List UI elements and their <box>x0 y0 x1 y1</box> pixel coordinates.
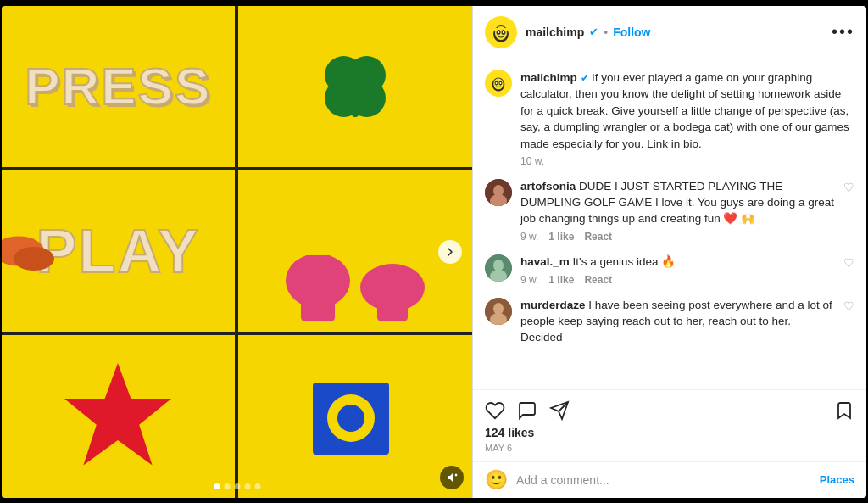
comment-react-2[interactable]: React <box>584 274 612 286</box>
caption-content: mailchimp ✔ If you ever played a game on… <box>520 70 854 168</box>
likes-count: 124 likes <box>485 424 854 441</box>
places-button[interactable]: Places <box>820 473 854 486</box>
play-text: PLAY <box>36 216 200 286</box>
avatar-haval <box>485 254 512 282</box>
next-slide-button[interactable] <box>438 240 462 264</box>
comment-avatar-1[interactable] <box>485 179 512 206</box>
like-comment-button-2[interactable]: ♡ <box>843 256 854 270</box>
image-press-cell: PRESS <box>2 6 236 169</box>
svg-point-21 <box>503 31 504 32</box>
comment-username-2[interactable]: haval._m <box>520 255 570 268</box>
press-text: PRESS <box>25 60 211 113</box>
pink-shapes <box>284 255 426 332</box>
comment-input[interactable] <box>516 473 811 487</box>
avatar-murderdaze <box>485 298 512 325</box>
dot-5[interactable] <box>254 483 260 489</box>
dot-1[interactable] <box>214 483 220 489</box>
emoji-button[interactable]: 🙂 <box>485 469 508 491</box>
comment-content-2: It's a genius idea 🔥 <box>573 255 676 268</box>
svg-point-38 <box>493 303 504 315</box>
header-username[interactable]: mailchimp <box>526 25 584 39</box>
svg-rect-4 <box>352 102 358 117</box>
comment-likes-1[interactable]: 1 like <box>548 231 574 243</box>
post-header: mailchimp ✔ • Follow ••• <box>473 6 866 59</box>
comment-2: haval._m It's a genius idea 🔥 9 w. 1 lik… <box>485 254 854 286</box>
post-comments-area: mailchimp ✔ If you ever played a game on… <box>473 59 866 389</box>
comment-text-3: murderdaze I have been seeing post every… <box>520 298 835 346</box>
share-post-button[interactable] <box>549 397 570 424</box>
comment-react-1[interactable]: React <box>584 231 612 243</box>
dot-2[interactable] <box>224 483 230 489</box>
post-actions: 124 likes MAY 6 <box>473 389 866 461</box>
caption-username[interactable]: mailchimp <box>520 71 577 84</box>
image-star-cell <box>2 335 236 498</box>
comment-3: murderdaze I have been seeing post every… <box>485 298 854 346</box>
post-date: MAY 6 <box>485 441 854 458</box>
like-comment-button-3[interactable]: ♡ <box>843 299 854 313</box>
header-info: mailchimp ✔ • Follow <box>526 25 832 39</box>
action-icons-row <box>485 397 854 424</box>
image-clover-cell <box>238 6 473 169</box>
comment-avatar-2[interactable] <box>485 254 512 282</box>
pink-shape-1 <box>284 255 352 332</box>
comment-time-2: 9 w. <box>520 274 538 286</box>
svg-point-29 <box>496 82 498 84</box>
comment-body-3: murderdaze I have been seeing post every… <box>520 298 835 346</box>
comment-time-1: 9 w. <box>520 231 538 243</box>
svg-point-35 <box>493 260 504 271</box>
caption-verified: ✔ <box>581 72 592 84</box>
mute-button[interactable] <box>440 466 464 489</box>
like-post-button[interactable] <box>485 397 505 424</box>
svg-point-20 <box>498 31 499 32</box>
image-play-cell: PLAY <box>2 170 236 333</box>
svg-rect-8 <box>377 286 408 321</box>
comment-post-button[interactable] <box>517 397 537 424</box>
comment-text-2: haval._m It's a genius idea 🔥 <box>520 254 835 271</box>
comment-1: artofsonia DUDE I JUST STARTED PLAYING T… <box>485 179 854 243</box>
caption-avatar-icon <box>487 72 509 94</box>
image-pink-cell <box>238 170 473 333</box>
comment-body-2: haval._m It's a genius idea 🔥 9 w. 1 lik… <box>520 254 835 286</box>
more-options-button[interactable]: ••• <box>832 22 854 42</box>
clover-icon <box>317 48 393 125</box>
slide-dots <box>214 483 260 489</box>
add-comment-row: 🙂 Places <box>473 461 866 498</box>
comment-likes-2[interactable]: 1 like <box>548 274 574 286</box>
image-circle-cell <box>238 335 473 498</box>
post-image-panel: PRESS PLAY <box>2 6 472 498</box>
comment-username-1[interactable]: artofsonia <box>520 180 576 193</box>
comment-meta-2: 9 w. 1 like React <box>520 274 835 286</box>
caption-block: mailchimp ✔ If you ever played a game on… <box>485 70 854 168</box>
comment-body-1: artofsonia DUDE I JUST STARTED PLAYING T… <box>520 179 835 243</box>
svg-point-30 <box>499 82 501 84</box>
comment-username-3[interactable]: murderdaze <box>520 299 586 311</box>
dot-3[interactable] <box>234 483 240 489</box>
caption-text: mailchimp ✔ If you ever played a game on… <box>520 70 854 153</box>
header-avatar[interactable] <box>485 16 517 48</box>
pink-shape-2 <box>359 264 426 332</box>
verified-badge-header: ✔ <box>589 25 598 38</box>
comment-avatar-3[interactable] <box>485 298 512 325</box>
svg-marker-9 <box>64 363 171 465</box>
comment-text-1: artofsonia DUDE I JUST STARTED PLAYING T… <box>520 179 835 227</box>
avatar-artofsonia <box>485 179 512 206</box>
comment-meta-1: 9 w. 1 like React <box>520 231 835 243</box>
caption-avatar[interactable] <box>485 70 512 97</box>
header-separator: • <box>604 25 608 39</box>
caption-time: 10 w. <box>520 155 854 167</box>
like-comment-button-1[interactable]: ♡ <box>843 181 854 194</box>
blue-square-icon <box>304 374 406 459</box>
post-content-panel: mailchimp ✔ • Follow ••• <box>472 6 866 498</box>
red-star-icon <box>58 357 177 476</box>
svg-point-12 <box>337 405 364 432</box>
save-post-button[interactable] <box>834 397 854 424</box>
mailchimp-avatar-icon <box>487 19 515 46</box>
dot-4[interactable] <box>244 483 250 489</box>
follow-button[interactable]: Follow <box>613 25 650 39</box>
svg-rect-6 <box>301 279 335 321</box>
